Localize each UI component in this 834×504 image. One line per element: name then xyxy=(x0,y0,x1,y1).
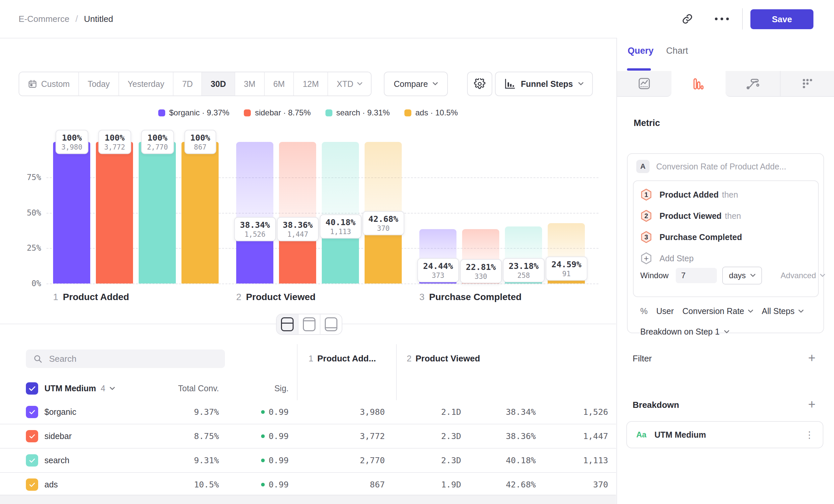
report-tab-insights[interactable] xyxy=(617,71,672,97)
funnel-bar-ads[interactable] xyxy=(181,142,219,283)
step-column-header[interactable]: 2Product Viewed xyxy=(407,353,480,364)
funnels-icon xyxy=(692,77,705,91)
funnel-step-1-bars: 100%3,980100%3,772100%2,770100%867 xyxy=(50,142,222,283)
funnel-bar-$organic[interactable] xyxy=(53,142,90,283)
legend-item[interactable]: sidebar · 8.75% xyxy=(244,108,310,117)
chart-settings-button[interactable] xyxy=(467,72,492,96)
chart-type-selector[interactable]: Funnel Steps xyxy=(495,72,593,96)
metric-step-2[interactable]: 2Product Viewedthen xyxy=(640,210,741,222)
table-row-sidebar[interactable]: sidebar8.75%0.993,7722.3D38.36%1,447 xyxy=(0,425,616,449)
add-breakdown-button[interactable]: + xyxy=(808,398,815,411)
range-6m-button[interactable]: 6M xyxy=(265,72,294,95)
significance-dot xyxy=(261,434,265,438)
add-filter-button[interactable]: + xyxy=(808,351,815,364)
retention-icon xyxy=(801,77,814,90)
breakdown-section-label: Breakdown xyxy=(633,400,679,410)
more-options-button[interactable] xyxy=(714,11,730,27)
compare-button[interactable]: Compare xyxy=(384,72,448,96)
legend-label: sidebar · 8.75% xyxy=(255,108,310,117)
date-range-selector: CustomTodayYesterday7D30D3M6M12MXTD xyxy=(19,72,372,96)
bar-value-label: 42.68%370 xyxy=(362,211,404,235)
tab-chart[interactable]: Chart xyxy=(666,46,688,56)
step-number-badge: 3 xyxy=(640,231,652,243)
funnel-bar-search[interactable] xyxy=(139,142,176,283)
advanced-toggle[interactable]: Advanced xyxy=(781,271,825,280)
range-custom-button[interactable]: Custom xyxy=(19,72,79,95)
bar-value-label: 23.18%258 xyxy=(503,258,544,282)
panel-bottom-button[interactable] xyxy=(321,314,342,334)
kebab-menu-icon[interactable]: ⋮ xyxy=(805,429,814,440)
bar-slot-$organic: 100%3,980 xyxy=(50,142,93,283)
row-total-conv: 9.37% xyxy=(194,400,219,424)
metric-title-row[interactable]: A Conversion Rate of Product Adde... xyxy=(636,160,786,173)
measure-metric-dropdown[interactable]: Conversion Rate xyxy=(682,306,753,316)
split-horizontal-button[interactable] xyxy=(277,314,299,334)
bar-percent: 100% xyxy=(147,133,168,143)
metric-step-3[interactable]: 3Purchase Completed xyxy=(640,231,742,244)
table-row-ads[interactable]: ads10.5%0.998671.9D42.68%370 xyxy=(0,473,616,497)
measure-entity[interactable]: User xyxy=(656,306,674,316)
add-step-label: Add Step xyxy=(659,254,694,263)
row-step-value: 1.9D xyxy=(441,473,461,496)
measure-prefix[interactable]: % xyxy=(640,306,648,316)
chart-type-label: Funnel Steps xyxy=(521,79,573,89)
row-checkbox[interactable] xyxy=(26,479,38,491)
row-step-value: 2,770 xyxy=(360,449,385,472)
report-tab-flows[interactable] xyxy=(726,71,780,97)
sig-column-header[interactable]: Sig. xyxy=(275,377,289,400)
select-all-checkbox[interactable] xyxy=(26,382,38,395)
save-button[interactable]: Save xyxy=(750,9,813,29)
tab-query[interactable]: Query xyxy=(628,46,654,56)
window-unit-select[interactable]: days xyxy=(722,267,762,284)
row-step-value: 3,772 xyxy=(360,425,385,448)
range-7d-button[interactable]: 7D xyxy=(174,72,202,95)
row-step-value: 2.3D xyxy=(441,449,461,472)
row-total-conv: 9.31% xyxy=(194,449,219,472)
y-axis-tick: 75% xyxy=(13,173,41,182)
breakdown-item-card[interactable]: Aa UTM Medium ⋮ xyxy=(626,421,824,448)
chevron-down-icon xyxy=(750,274,755,277)
row-checkbox[interactable] xyxy=(26,454,38,466)
search-input[interactable] xyxy=(48,353,218,364)
bar-count: 867 xyxy=(190,143,210,151)
range-xtd-button[interactable]: XTD xyxy=(328,72,371,95)
measure-scope-label: All Steps xyxy=(762,306,794,316)
step-column-header[interactable]: 1Product Add... xyxy=(309,353,376,364)
row-checkbox[interactable] xyxy=(26,430,38,442)
row-checkbox[interactable] xyxy=(26,406,38,418)
legend-item[interactable]: $organic · 9.37% xyxy=(158,108,229,117)
metric-step-1[interactable]: 1Product Addedthen xyxy=(640,188,738,201)
measure-scope-dropdown[interactable]: All Steps xyxy=(762,306,804,316)
table-row-search[interactable]: search9.31%0.992,7702.3D40.18%1,113 xyxy=(0,449,616,473)
table-search[interactable] xyxy=(26,349,225,368)
breakdown-on-step-dropdown[interactable]: Breakdown on Step 1 xyxy=(640,327,729,337)
window-value-input[interactable] xyxy=(676,268,717,283)
panel-top-button[interactable] xyxy=(299,314,321,334)
report-tab-funnels[interactable] xyxy=(672,71,726,97)
range-30d-button[interactable]: 30D xyxy=(202,72,235,95)
legend-item[interactable]: search · 9.31% xyxy=(325,108,390,117)
report-tab-retention[interactable] xyxy=(780,71,834,97)
range-yesterday-button[interactable]: Yesterday xyxy=(119,72,174,95)
breakdown-column-header[interactable]: UTM Medium 4 xyxy=(44,377,115,400)
total-conv-column-header[interactable]: Total Conv. xyxy=(178,377,219,400)
range-3m-button[interactable]: 3M xyxy=(235,72,265,95)
range-today-button[interactable]: Today xyxy=(79,72,119,95)
chevron-down-icon xyxy=(433,82,438,86)
copy-link-button[interactable] xyxy=(679,11,695,27)
add-step-button[interactable]: +Add Step xyxy=(640,252,694,265)
legend-item[interactable]: ads · 10.5% xyxy=(404,108,458,117)
step-number: 1 xyxy=(53,292,58,302)
table-row-$organic[interactable]: $organic9.37%0.993,9802.1D38.34%1,526 xyxy=(0,400,616,425)
step-name: Product Viewed xyxy=(246,292,316,302)
breadcrumb-report-title[interactable]: Untitled xyxy=(84,14,113,24)
bottom-scroll-strip[interactable] xyxy=(0,495,616,504)
range-label: 12M xyxy=(303,79,319,89)
funnel-bar-sidebar[interactable] xyxy=(96,142,133,283)
chevron-down-icon xyxy=(724,330,729,334)
check-icon xyxy=(29,410,35,414)
row-name: $organic xyxy=(44,400,76,424)
breadcrumb-project[interactable]: E-Commerce xyxy=(19,14,69,24)
range-12m-button[interactable]: 12M xyxy=(294,72,328,95)
bar-count: 1,447 xyxy=(283,230,312,238)
